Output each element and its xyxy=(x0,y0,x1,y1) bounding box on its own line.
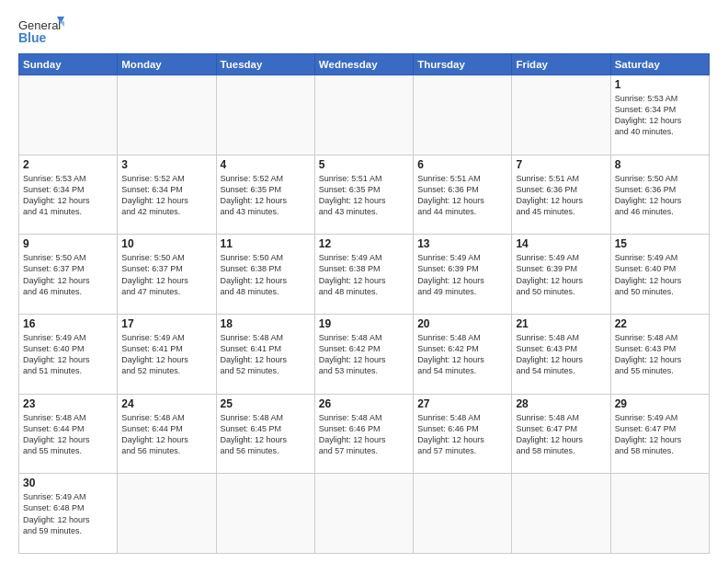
week-row-4: 23Sunrise: 5:48 AM Sunset: 6:44 PM Dayli… xyxy=(19,394,710,474)
calendar-cell xyxy=(118,474,216,554)
calendar-cell xyxy=(512,474,610,554)
header: General Blue xyxy=(18,15,710,48)
weekday-header-wednesday: Wednesday xyxy=(314,54,413,75)
cell-info-text: Sunrise: 5:53 AM Sunset: 6:34 PM Dayligh… xyxy=(23,174,90,216)
day-number: 14 xyxy=(516,237,606,250)
calendar-cell: 2Sunrise: 5:53 AM Sunset: 6:34 PM Daylig… xyxy=(19,155,118,235)
calendar-cell xyxy=(512,75,610,155)
calendar-cell: 21Sunrise: 5:48 AM Sunset: 6:43 PM Dayli… xyxy=(512,314,610,394)
calendar-cell: 11Sunrise: 5:50 AM Sunset: 6:38 PM Dayli… xyxy=(216,235,314,315)
day-number: 3 xyxy=(121,158,211,171)
cell-info-text: Sunrise: 5:50 AM Sunset: 6:37 PM Dayligh… xyxy=(23,253,90,295)
day-number: 22 xyxy=(615,317,705,330)
day-number: 1 xyxy=(615,78,705,91)
day-number: 23 xyxy=(23,397,113,410)
calendar-cell: 15Sunrise: 5:49 AM Sunset: 6:40 PM Dayli… xyxy=(610,235,709,315)
week-row-1: 2Sunrise: 5:53 AM Sunset: 6:34 PM Daylig… xyxy=(19,155,710,235)
cell-info-text: Sunrise: 5:50 AM Sunset: 6:37 PM Dayligh… xyxy=(121,253,188,295)
day-number: 20 xyxy=(417,317,507,330)
calendar-cell xyxy=(314,474,413,554)
calendar-cell xyxy=(118,75,216,155)
calendar-cell xyxy=(216,474,314,554)
calendar-cell: 24Sunrise: 5:48 AM Sunset: 6:44 PM Dayli… xyxy=(118,394,216,474)
calendar-page: General Blue SundayMondayTuesdayWednesda… xyxy=(0,0,728,563)
day-number: 10 xyxy=(121,237,211,250)
calendar-cell: 18Sunrise: 5:48 AM Sunset: 6:41 PM Dayli… xyxy=(216,314,314,394)
calendar-cell: 19Sunrise: 5:48 AM Sunset: 6:42 PM Dayli… xyxy=(314,314,413,394)
calendar-cell xyxy=(216,75,314,155)
week-row-5: 30Sunrise: 5:49 AM Sunset: 6:48 PM Dayli… xyxy=(19,474,710,554)
weekday-header-monday: Monday xyxy=(118,54,216,75)
cell-info-text: Sunrise: 5:48 AM Sunset: 6:42 PM Dayligh… xyxy=(319,333,386,375)
day-number: 6 xyxy=(417,158,507,171)
calendar-cell xyxy=(19,75,118,155)
calendar-cell: 16Sunrise: 5:49 AM Sunset: 6:40 PM Dayli… xyxy=(19,314,118,394)
weekday-header-friday: Friday xyxy=(512,54,610,75)
calendar-cell xyxy=(414,474,512,554)
calendar-cell: 4Sunrise: 5:52 AM Sunset: 6:35 PM Daylig… xyxy=(216,155,314,235)
day-number: 16 xyxy=(23,317,113,330)
cell-info-text: Sunrise: 5:49 AM Sunset: 6:47 PM Dayligh… xyxy=(615,413,682,455)
calendar-cell xyxy=(414,75,512,155)
cell-info-text: Sunrise: 5:50 AM Sunset: 6:36 PM Dayligh… xyxy=(615,174,682,216)
calendar-cell: 30Sunrise: 5:49 AM Sunset: 6:48 PM Dayli… xyxy=(19,474,118,554)
day-number: 12 xyxy=(319,237,409,250)
day-number: 24 xyxy=(121,397,211,410)
cell-info-text: Sunrise: 5:48 AM Sunset: 6:47 PM Dayligh… xyxy=(516,413,583,455)
calendar-cell: 10Sunrise: 5:50 AM Sunset: 6:37 PM Dayli… xyxy=(118,235,216,315)
weekday-header-row: SundayMondayTuesdayWednesdayThursdayFrid… xyxy=(19,54,710,75)
calendar-cell: 17Sunrise: 5:49 AM Sunset: 6:41 PM Dayli… xyxy=(118,314,216,394)
calendar-cell: 27Sunrise: 5:48 AM Sunset: 6:46 PM Dayli… xyxy=(414,394,512,474)
day-number: 13 xyxy=(417,237,507,250)
cell-info-text: Sunrise: 5:48 AM Sunset: 6:45 PM Dayligh… xyxy=(221,413,288,455)
day-number: 30 xyxy=(23,477,113,489)
calendar-cell: 23Sunrise: 5:48 AM Sunset: 6:44 PM Dayli… xyxy=(19,394,118,474)
day-number: 19 xyxy=(319,317,409,330)
day-number: 17 xyxy=(121,317,211,330)
cell-info-text: Sunrise: 5:48 AM Sunset: 6:42 PM Dayligh… xyxy=(417,333,484,375)
day-number: 9 xyxy=(23,237,113,250)
cell-info-text: Sunrise: 5:48 AM Sunset: 6:43 PM Dayligh… xyxy=(516,333,583,375)
cell-info-text: Sunrise: 5:48 AM Sunset: 6:46 PM Dayligh… xyxy=(417,413,484,455)
cell-info-text: Sunrise: 5:52 AM Sunset: 6:34 PM Dayligh… xyxy=(121,174,188,216)
week-row-3: 16Sunrise: 5:49 AM Sunset: 6:40 PM Dayli… xyxy=(19,314,710,394)
weekday-header-tuesday: Tuesday xyxy=(216,54,314,75)
calendar-cell xyxy=(314,75,413,155)
day-number: 8 xyxy=(615,158,705,171)
day-number: 29 xyxy=(615,397,705,410)
cell-info-text: Sunrise: 5:52 AM Sunset: 6:35 PM Dayligh… xyxy=(221,174,288,216)
cell-info-text: Sunrise: 5:49 AM Sunset: 6:48 PM Dayligh… xyxy=(23,492,90,534)
day-number: 26 xyxy=(319,397,409,410)
day-number: 28 xyxy=(516,397,606,410)
cell-info-text: Sunrise: 5:49 AM Sunset: 6:40 PM Dayligh… xyxy=(615,253,682,295)
day-number: 25 xyxy=(221,397,311,410)
week-row-0: 1Sunrise: 5:53 AM Sunset: 6:34 PM Daylig… xyxy=(19,75,710,155)
cell-info-text: Sunrise: 5:51 AM Sunset: 6:35 PM Dayligh… xyxy=(319,174,386,216)
cell-info-text: Sunrise: 5:49 AM Sunset: 6:39 PM Dayligh… xyxy=(516,253,583,295)
calendar-cell: 7Sunrise: 5:51 AM Sunset: 6:36 PM Daylig… xyxy=(512,155,610,235)
calendar-cell: 9Sunrise: 5:50 AM Sunset: 6:37 PM Daylig… xyxy=(19,235,118,315)
calendar-cell: 29Sunrise: 5:49 AM Sunset: 6:47 PM Dayli… xyxy=(610,394,709,474)
cell-info-text: Sunrise: 5:48 AM Sunset: 6:44 PM Dayligh… xyxy=(23,413,90,455)
generalblue-logo-icon: General Blue xyxy=(18,15,66,48)
day-number: 7 xyxy=(516,158,606,171)
day-number: 15 xyxy=(615,237,705,250)
weekday-header-saturday: Saturday xyxy=(610,54,709,75)
weekday-header-thursday: Thursday xyxy=(414,54,512,75)
day-number: 21 xyxy=(516,317,606,330)
calendar-cell: 26Sunrise: 5:48 AM Sunset: 6:46 PM Dayli… xyxy=(314,394,413,474)
calendar-cell: 3Sunrise: 5:52 AM Sunset: 6:34 PM Daylig… xyxy=(118,155,216,235)
logo: General Blue xyxy=(18,15,66,48)
cell-info-text: Sunrise: 5:49 AM Sunset: 6:41 PM Dayligh… xyxy=(121,333,188,375)
calendar-table: SundayMondayTuesdayWednesdayThursdayFrid… xyxy=(18,53,710,554)
cell-info-text: Sunrise: 5:48 AM Sunset: 6:43 PM Dayligh… xyxy=(615,333,682,375)
calendar-cell: 22Sunrise: 5:48 AM Sunset: 6:43 PM Dayli… xyxy=(610,314,709,394)
calendar-cell: 14Sunrise: 5:49 AM Sunset: 6:39 PM Dayli… xyxy=(512,235,610,315)
cell-info-text: Sunrise: 5:49 AM Sunset: 6:40 PM Dayligh… xyxy=(23,333,90,375)
calendar-cell: 12Sunrise: 5:49 AM Sunset: 6:38 PM Dayli… xyxy=(314,235,413,315)
cell-info-text: Sunrise: 5:50 AM Sunset: 6:38 PM Dayligh… xyxy=(221,253,288,295)
week-row-2: 9Sunrise: 5:50 AM Sunset: 6:37 PM Daylig… xyxy=(19,235,710,315)
calendar-cell: 1Sunrise: 5:53 AM Sunset: 6:34 PM Daylig… xyxy=(610,75,709,155)
calendar-cell: 28Sunrise: 5:48 AM Sunset: 6:47 PM Dayli… xyxy=(512,394,610,474)
calendar-cell: 13Sunrise: 5:49 AM Sunset: 6:39 PM Dayli… xyxy=(414,235,512,315)
